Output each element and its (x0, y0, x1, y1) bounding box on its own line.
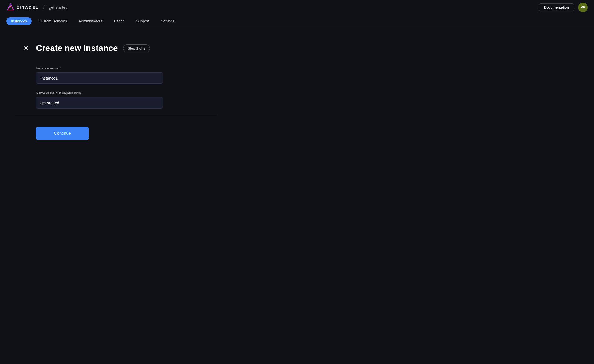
step-badge: Step 1 of 2 (123, 44, 150, 52)
sidebar-item-settings[interactable]: Settings (156, 17, 179, 25)
continue-button[interactable]: Continue (36, 127, 89, 140)
org-name-input[interactable] (36, 97, 163, 109)
sidebar-item-instances[interactable]: Instances (6, 17, 32, 25)
page-title: Create new instance (36, 43, 118, 53)
avatar[interactable]: MP (578, 3, 588, 12)
form-section: Instance name * Name of the first organi… (21, 66, 217, 140)
secondary-nav: Instances Custom Domains Administrators … (0, 15, 594, 27)
sidebar-item-support[interactable]: Support (131, 17, 154, 25)
svg-point-3 (10, 6, 11, 7)
topbar-right: Documentation MP (539, 3, 588, 12)
org-name-group: Name of the first organization (36, 91, 217, 109)
sidebar-item-administrators[interactable]: Administrators (74, 17, 107, 25)
documentation-button[interactable]: Documentation (539, 3, 574, 11)
page-header: ✕ Create new instance Step 1 of 2 (21, 43, 217, 53)
instance-name-group: Instance name * (36, 66, 217, 84)
org-name-label: Name of the first organization (36, 91, 217, 95)
sidebar-item-custom-domains[interactable]: Custom Domains (34, 17, 72, 25)
main-content: ✕ Create new instance Step 1 of 2 Instan… (0, 27, 238, 156)
logo-text: ZITADEL (17, 5, 39, 10)
topbar: ZITADEL / get started Documentation MP (0, 0, 594, 15)
sidebar-item-usage[interactable]: Usage (109, 17, 129, 25)
form-divider (15, 116, 217, 116)
close-button[interactable]: ✕ (21, 44, 31, 53)
instance-name-label: Instance name * (36, 66, 217, 70)
logo-area: ZITADEL (6, 3, 39, 12)
breadcrumb-divider: / (43, 4, 45, 10)
breadcrumb: get started (49, 5, 68, 10)
zitadel-logo-icon (6, 3, 15, 12)
instance-name-input[interactable] (36, 72, 163, 84)
topbar-left: ZITADEL / get started (6, 3, 68, 12)
